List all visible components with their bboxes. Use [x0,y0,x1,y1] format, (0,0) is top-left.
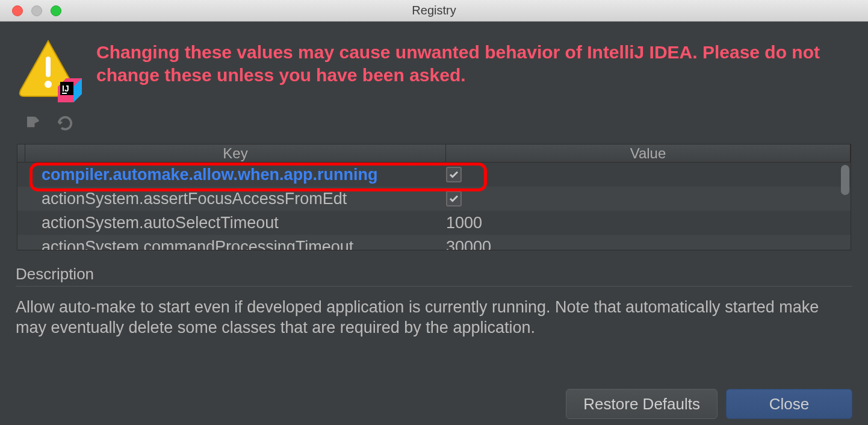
close-button[interactable]: Close [726,389,852,419]
table-row[interactable]: actionSystem.autoSelectTimeout1000 [17,211,851,235]
registry-key: actionSystem.assertFocusAccessFromEdt [42,190,445,208]
registry-value[interactable] [445,167,851,182]
registry-key: actionSystem.commandProcessingTimeout [42,238,445,250]
registry-value[interactable] [445,191,851,206]
svg-rect-4 [62,93,67,94]
restore-defaults-button[interactable]: Restore Defaults [566,389,718,419]
column-header-value[interactable]: Value [446,144,851,162]
description-label: Description [16,265,852,287]
registry-table: Key Value compiler.automake.allow.when.a… [17,144,851,250]
window-title: Registry [0,4,868,17]
warning-icon: IJ [18,39,84,105]
scrollbar-thumb[interactable] [841,165,849,195]
description-body: Allow auto-make to start even if develop… [16,287,852,338]
table-row[interactable]: compiler.automake.allow.when.app.running [17,163,851,187]
table-row[interactable]: actionSystem.commandProcessingTimeout300… [17,235,851,250]
table-body[interactable]: compiler.automake.allow.when.app.running… [17,163,851,250]
dialog-footer: Restore Defaults Close [566,389,852,419]
checkbox[interactable] [446,191,462,206]
revert-icon[interactable] [55,114,73,137]
warning-header: IJ Changing these values may cause unwan… [0,22,868,111]
registry-toolbar [0,111,868,144]
column-header-key[interactable]: Key [25,144,446,162]
registry-key: actionSystem.autoSelectTimeout [42,214,445,232]
svg-rect-0 [46,57,51,77]
registry-key: compiler.automake.allow.when.app.running [42,166,445,184]
registry-value[interactable]: 30000 [445,238,851,250]
warning-text: Changing these values may cause unwanted… [96,39,850,86]
checkbox[interactable] [446,167,462,182]
svg-text:IJ: IJ [62,84,69,93]
titlebar: Registry [0,0,868,22]
table-row[interactable]: actionSystem.assertFocusAccessFromEdt [17,187,851,211]
description-section: Description Allow auto-make to start eve… [0,250,868,338]
registry-value[interactable]: 1000 [445,214,851,232]
table-header: Key Value [17,144,851,163]
edit-icon[interactable] [24,114,42,137]
svg-point-1 [45,81,52,88]
